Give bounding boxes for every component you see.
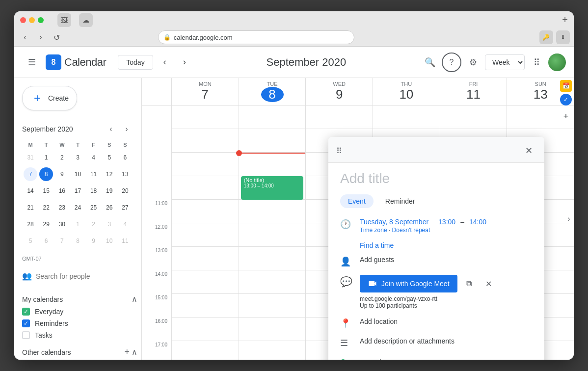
- mini-cal-day[interactable]: 7: [24, 167, 37, 181]
- mini-cal-day[interactable]: 22: [39, 201, 53, 214]
- remove-meet-button[interactable]: ✕: [481, 276, 497, 292]
- mini-cal-day[interactable]: 27: [118, 201, 132, 214]
- mini-cal-day[interactable]: 10: [71, 167, 84, 181]
- mini-cal-day[interactable]: 3: [103, 217, 116, 231]
- mini-cal-day[interactable]: 17: [71, 184, 84, 198]
- mini-cal-day[interactable]: 6: [118, 151, 132, 164]
- mini-cal-day[interactable]: 30: [55, 217, 69, 231]
- mini-cal-day[interactable]: 25: [87, 201, 101, 214]
- mini-cal-day[interactable]: 14: [24, 184, 37, 198]
- search-button[interactable]: 🔍: [420, 53, 440, 72]
- calendar-reminders[interactable]: ✓ Reminders: [14, 318, 141, 329]
- view-selector[interactable]: Week Day Month: [485, 54, 525, 70]
- key-icon[interactable]: 🔑: [539, 30, 553, 44]
- mini-cal-day[interactable]: 3: [71, 151, 84, 164]
- today-button[interactable]: Today: [118, 55, 153, 70]
- tab-reminder[interactable]: Reminder: [377, 194, 423, 208]
- minimize-button[interactable]: [29, 17, 35, 23]
- back-button[interactable]: ‹: [18, 30, 32, 44]
- other-calendars-header[interactable]: Other calendars + ∧: [14, 345, 141, 359]
- modal-close-button[interactable]: ✕: [521, 143, 536, 159]
- date-link[interactable]: Tuesday, 8 September: [360, 218, 428, 226]
- mini-cal-day[interactable]: 28: [24, 217, 37, 231]
- mini-cal-day[interactable]: 21: [24, 201, 37, 214]
- mini-cal-day[interactable]: 2: [87, 217, 101, 231]
- mini-cal-next[interactable]: ›: [120, 122, 134, 136]
- mini-cal-day[interactable]: 5: [24, 234, 37, 248]
- mini-cal-prev[interactable]: ‹: [104, 122, 118, 136]
- help-button[interactable]: ?: [442, 53, 461, 72]
- calendar-everyday[interactable]: ✓ Everyday: [14, 306, 141, 318]
- mini-cal-day[interactable]: 13: [118, 167, 132, 181]
- address-bar[interactable]: 🔒 calendar.google.com: [158, 30, 354, 44]
- reload-button[interactable]: ↺: [50, 30, 63, 44]
- close-button[interactable]: [20, 17, 26, 23]
- people-search-input[interactable]: [36, 272, 134, 280]
- add-panel-button[interactable]: +: [560, 111, 572, 122]
- add-description-text[interactable]: Add description or attachments: [360, 337, 454, 345]
- mini-cal-day[interactable]: 20: [118, 184, 132, 198]
- mini-cal-day[interactable]: 26: [103, 201, 116, 214]
- mini-cal-day[interactable]: 10: [103, 234, 116, 248]
- tab-cloud-icon[interactable]: ☁: [79, 13, 93, 27]
- add-guests-text[interactable]: Add guests: [360, 256, 394, 264]
- copy-meet-link-button[interactable]: ⧉: [461, 276, 477, 292]
- mini-cal-day[interactable]: 12: [103, 167, 116, 181]
- right-panel-icon-1[interactable]: 📅: [560, 80, 572, 92]
- apps-button[interactable]: ⠿: [527, 53, 546, 72]
- mini-cal-day[interactable]: 15: [39, 184, 53, 198]
- mini-cal-day[interactable]: 4: [87, 151, 101, 164]
- mini-cal-day[interactable]: 9: [87, 234, 101, 248]
- download-icon[interactable]: ⬇: [556, 30, 570, 44]
- join-meet-button[interactable]: Join with Google Meet: [360, 275, 457, 292]
- forward-button[interactable]: ›: [34, 30, 48, 44]
- day-col-mon[interactable]: [171, 106, 239, 360]
- mini-cal-day[interactable]: 29: [39, 217, 53, 231]
- prev-week-button[interactable]: ‹: [157, 54, 173, 70]
- mini-cal-day[interactable]: 7: [55, 234, 69, 248]
- add-tab-btn[interactable]: +: [562, 14, 568, 26]
- event-title-input[interactable]: [340, 171, 533, 186]
- reminders-checkbox[interactable]: ✓: [22, 319, 30, 327]
- tab-event[interactable]: Event: [340, 194, 374, 208]
- menu-button[interactable]: ☰: [22, 53, 42, 72]
- my-calendars-header[interactable]: My calendars ∧: [14, 292, 141, 306]
- mini-cal-day[interactable]: 16: [55, 184, 69, 198]
- add-location-text[interactable]: Add location: [360, 318, 398, 325]
- mini-cal-day[interactable]: 11: [118, 234, 132, 248]
- settings-button[interactable]: ⚙: [463, 53, 483, 72]
- find-time-link[interactable]: Find a time: [360, 241, 394, 249]
- mini-cal-day[interactable]: 1: [71, 217, 84, 231]
- timezone-link[interactable]: Time zone: [360, 227, 387, 234]
- day-col-tue[interactable]: (No title) 13:00 – 14:00: [239, 106, 306, 360]
- expand-right-button[interactable]: ›: [564, 214, 574, 223]
- time-end-link[interactable]: 14:00: [469, 218, 486, 226]
- mini-cal-day[interactable]: 8: [71, 234, 84, 248]
- mini-cal-day[interactable]: 24: [71, 201, 84, 214]
- repeat-link[interactable]: Doesn't repeat: [392, 227, 430, 234]
- tasks-checkbox[interactable]: [22, 331, 30, 339]
- time-start-link[interactable]: 13:00: [438, 218, 455, 226]
- mini-cal-day[interactable]: 4: [118, 217, 132, 231]
- avatar[interactable]: [548, 53, 566, 71]
- mini-cal-day[interactable]: 23: [55, 201, 69, 214]
- tab-screenshot-icon[interactable]: 🖼: [57, 13, 71, 27]
- event-block[interactable]: (No title) 13:00 – 14:00: [241, 176, 304, 200]
- right-panel-icon-2[interactable]: ✓: [560, 94, 572, 106]
- create-button[interactable]: + Create: [22, 86, 77, 110]
- fullscreen-button[interactable]: [38, 17, 44, 23]
- mini-cal-day[interactable]: 11: [87, 167, 101, 181]
- mini-cal-day[interactable]: 6: [39, 234, 53, 248]
- calendar-tasks[interactable]: Tasks: [14, 329, 141, 341]
- mini-cal-today[interactable]: 8: [39, 167, 53, 181]
- mini-cal-day[interactable]: 9: [55, 167, 69, 181]
- add-other-calendar-button[interactable]: +: [124, 347, 130, 357]
- next-week-button[interactable]: ›: [177, 54, 192, 70]
- mini-cal-day[interactable]: 5: [103, 151, 116, 164]
- mini-cal-day[interactable]: 2: [55, 151, 69, 164]
- mini-cal-day[interactable]: 31: [24, 151, 37, 164]
- mini-cal-day[interactable]: 19: [103, 184, 116, 198]
- mini-cal-day[interactable]: 18: [87, 184, 101, 198]
- everyday-checkbox[interactable]: ✓: [22, 308, 30, 316]
- mini-cal-day[interactable]: 1: [39, 151, 53, 164]
